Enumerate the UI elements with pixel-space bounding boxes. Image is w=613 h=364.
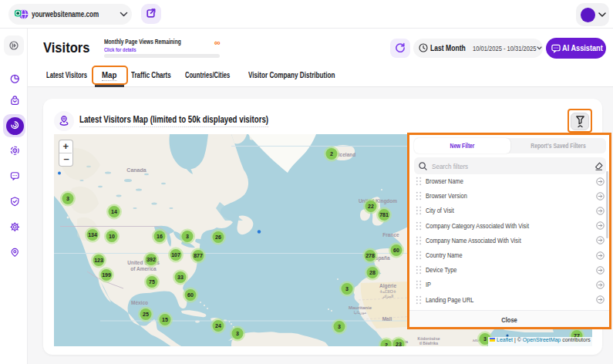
svg-text:28: 28 <box>369 270 376 275</box>
svg-text:15: 15 <box>162 317 168 322</box>
svg-text:781: 781 <box>379 212 389 217</box>
svg-text:3: 3 <box>483 336 487 342</box>
svg-text:134: 134 <box>88 232 97 238</box>
svg-text:392: 392 <box>147 257 156 262</box>
svg-text:France: France <box>382 232 399 238</box>
svg-text:tl Bêafrika: tl Bêafrika <box>419 341 438 345</box>
svg-text:14: 14 <box>111 209 117 214</box>
svg-text:75: 75 <box>149 279 155 285</box>
svg-text:278: 278 <box>365 253 375 258</box>
svg-text:موريتانيا: موريتانيا <box>354 310 367 315</box>
svg-text:25: 25 <box>143 312 149 317</box>
svg-text:22: 22 <box>368 204 374 209</box>
svg-text:16: 16 <box>157 234 163 239</box>
svg-text:33: 33 <box>177 275 184 280</box>
svg-text:3: 3 <box>345 286 349 292</box>
svg-text:24: 24 <box>215 323 221 329</box>
svg-text:199: 199 <box>102 272 111 278</box>
svg-text:3: 3 <box>338 324 341 329</box>
svg-text:3: 3 <box>236 331 239 336</box>
svg-text:3: 3 <box>66 196 69 201</box>
svg-text:26: 26 <box>215 234 221 240</box>
svg-text:60: 60 <box>187 292 194 298</box>
svg-text:10: 10 <box>109 234 115 239</box>
svg-text:الجزائر: الجزائر <box>382 294 394 298</box>
svg-text:107: 107 <box>171 252 180 258</box>
svg-text:3: 3 <box>186 234 189 239</box>
svg-text:877: 877 <box>194 253 203 258</box>
svg-text:2: 2 <box>385 342 388 346</box>
svg-text:60: 60 <box>393 248 399 253</box>
svg-text:2: 2 <box>330 151 333 157</box>
svg-text:Canada: Canada <box>126 167 146 173</box>
svg-text:México: México <box>131 300 148 305</box>
svg-text:123: 123 <box>94 258 103 263</box>
svg-text:23: 23 <box>396 342 402 346</box>
svg-text:Iceland: Iceland <box>338 152 355 157</box>
svg-text:Algérie: Algérie <box>379 283 396 289</box>
svg-text:Mali: Mali <box>382 316 392 322</box>
